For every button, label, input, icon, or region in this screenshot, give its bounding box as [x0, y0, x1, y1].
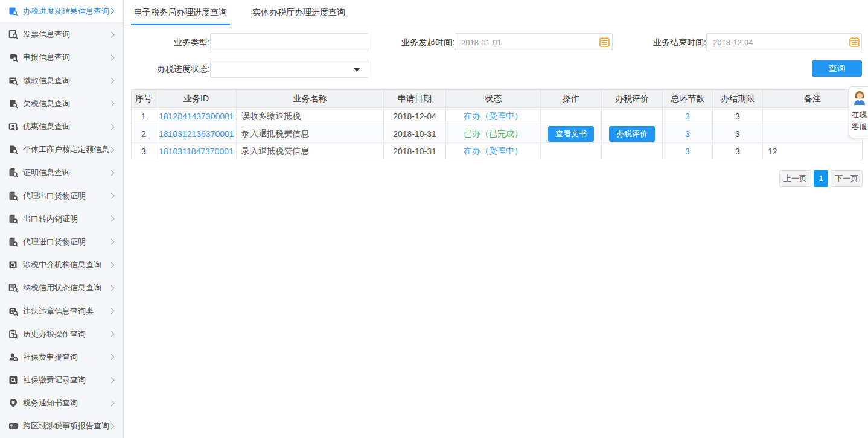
sidebar-item-label: 发票信息查询 [23, 29, 109, 40]
prev-page-button[interactable]: 上一页 [779, 170, 811, 187]
sidebar-item-history-operation-query[interactable]: 历史办税操作查询 [0, 323, 123, 346]
start-time-input[interactable] [455, 33, 613, 51]
business-id-link[interactable]: 1810312136370001 [159, 129, 234, 139]
sidebar-item-label: 违法违章信息查询类 [23, 306, 109, 317]
total-steps-link[interactable]: 3 [685, 112, 690, 121]
cell-business-name: 录入退抵税费信息 [237, 143, 384, 160]
business-id-link[interactable]: 1812041437300001 [159, 112, 234, 121]
sidebar-item-declaration-info-query[interactable]: 申报信息查询 [0, 46, 123, 69]
cell-business-id: 1812041437300001 [156, 108, 237, 125]
clipboard-search-icon [8, 329, 18, 339]
end-time-input[interactable] [706, 33, 862, 51]
next-page-button[interactable]: 下一页 [831, 170, 863, 187]
view-document-button[interactable]: 查看文书 [548, 126, 594, 142]
chevron-right-icon [109, 193, 115, 199]
doc-search-icon [8, 52, 18, 63]
sidebar-item-label: 办税进度及结果信息查询 [23, 6, 109, 17]
cell-action: 查看文书 [541, 125, 602, 143]
sidebar-item-tax-agency-query[interactable]: 涉税中介机构信息查询 [0, 253, 123, 276]
sidebar-item-certificate-info-query[interactable]: 证明信息查询 [0, 161, 123, 184]
chevron-right-icon [109, 424, 115, 430]
person-search-icon [8, 352, 18, 362]
doc-search-icon [8, 168, 18, 178]
sidebar-item-tax-arrears-query[interactable]: 欠税信息查询 [0, 92, 123, 115]
progress-status-select[interactable] [210, 60, 368, 78]
sidebar-item-label: 个体工商户核定定额信息查询 [23, 144, 109, 155]
page-1-button[interactable]: 1 [814, 170, 828, 187]
cell-action [541, 108, 602, 125]
sidebar-item-cross-region-report-query[interactable]: 跨区域涉税事项报告查询 [0, 414, 123, 437]
col-deadline: 办结期限 [713, 90, 763, 108]
col-action: 操作 [541, 90, 602, 108]
table-row: 2 1810312136370001 录入退抵税费信息 2018-10-31 已… [132, 125, 863, 143]
cell-deadline: 3 [713, 143, 763, 160]
tab-label: 实体办税厅办理进度查询 [252, 7, 345, 17]
cell-index: 3 [132, 143, 156, 160]
business-id-link[interactable]: 1810311847370001 [159, 147, 234, 156]
sidebar-item-agent-import-cert[interactable]: 代理进口货物证明 [0, 230, 123, 253]
cell-remark: 12 [763, 143, 863, 160]
calendar-icon[interactable] [599, 37, 610, 47]
tab-physical-hall-progress[interactable]: 实体办税厅办理进度查询 [249, 0, 348, 25]
tax-evaluation-button[interactable]: 办税评价 [609, 126, 655, 142]
chevron-right-icon [109, 55, 115, 61]
sidebar-item-label: 欠税信息查询 [23, 98, 109, 109]
sidebar-item-agent-export-cert[interactable]: 代理出口货物证明 [0, 185, 123, 208]
doc-search-icon [8, 75, 18, 86]
doc-search-icon [8, 214, 18, 224]
calendar-icon[interactable] [849, 37, 860, 47]
cell-deadline: 3 [713, 108, 763, 125]
cell-remark [763, 125, 863, 143]
sidebar-item-tax-credit-query[interactable]: 纳税信用状态信息查询 [0, 276, 123, 299]
query-button[interactable]: 查询 [812, 60, 862, 77]
col-business-id: 业务ID [156, 90, 237, 108]
cell-total-steps: 3 [663, 125, 713, 143]
doc-search-icon [8, 306, 18, 316]
folder-search-icon [8, 260, 18, 270]
cell-evaluation: 办税评价 [602, 125, 663, 143]
total-steps-link[interactable]: 3 [685, 147, 690, 156]
sidebar-item-invoice-info-query[interactable]: 发票信息查询 [0, 23, 123, 46]
sidebar-item-social-insurance-payment-query[interactable]: 社保缴费记录查询 [0, 369, 123, 392]
sidebar-item-export-domestic-cert[interactable]: 出口转内销证明 [0, 208, 123, 230]
cell-apply-date: 2018-12-04 [384, 108, 446, 125]
sidebar-item-label: 跨区域涉税事项报告查询 [23, 421, 109, 431]
doc-search-icon [8, 191, 18, 201]
cell-remark [763, 108, 863, 125]
customer-service-label-line1: 在线 [852, 110, 867, 120]
table-row: 3 1810311847370001 录入退抵税费信息 2018-10-31 在… [132, 143, 863, 160]
cell-business-name: 误收多缴退抵税 [237, 108, 384, 125]
location-pin-icon [8, 398, 18, 408]
sidebar-item-label: 纳税信用状态信息查询 [23, 282, 109, 293]
chevron-right-icon [109, 31, 115, 37]
online-customer-service-widget[interactable]: 在线 客服 [849, 86, 868, 138]
business-type-input[interactable] [210, 33, 368, 51]
sidebar-item-label: 历史办税操作查询 [23, 329, 109, 340]
results-table-wrap: 序号 业务ID 业务名称 申请日期 状态 操作 办税评价 总环节数 办结期限 备… [131, 89, 863, 160]
sidebar-item-social-insurance-declare-query[interactable]: 社保费申报查询 [0, 346, 123, 369]
cell-index: 1 [132, 108, 156, 125]
sidebar-item-preference-info-query[interactable]: 优惠信息查询 [0, 115, 123, 138]
chevron-right-icon [109, 377, 115, 383]
pagination: 上一页 1 下一页 [124, 170, 863, 187]
sidebar-item-label: 出口转内销证明 [23, 214, 109, 224]
col-apply-date: 申请日期 [384, 90, 446, 108]
chevron-right-icon [109, 8, 115, 14]
cell-business-name: 录入退抵税费信息 [237, 125, 384, 143]
tab-electronic-tax-progress[interactable]: 电子税务局办理进度查询 [131, 0, 230, 25]
sidebar-item-tax-notice-query[interactable]: 税务通知书查询 [0, 392, 123, 414]
chevron-right-icon [109, 354, 115, 360]
sidebar-item-individual-quota-query[interactable]: 个体工商户核定定额信息查询 [0, 138, 123, 161]
sidebar-item-violation-info-query[interactable]: 违法违章信息查询类 [0, 299, 123, 322]
cell-total-steps: 3 [663, 108, 713, 125]
chevron-right-icon [109, 262, 115, 268]
doc-search-icon [8, 6, 18, 16]
table-row: 1 1812041437300001 误收多缴退抵税 2018-12-04 在办… [132, 108, 863, 125]
status-badge: 在办（受理中） [464, 111, 523, 121]
start-time-label: 业务发起时间: [388, 34, 455, 51]
total-steps-link[interactable]: 3 [685, 129, 690, 139]
doc-search-icon [8, 98, 18, 109]
col-total-steps: 总环节数 [663, 90, 713, 108]
sidebar-item-progress-result-query[interactable]: 办税进度及结果信息查询 [0, 0, 123, 23]
sidebar-item-payment-info-query[interactable]: 缴款信息查询 [0, 69, 123, 92]
